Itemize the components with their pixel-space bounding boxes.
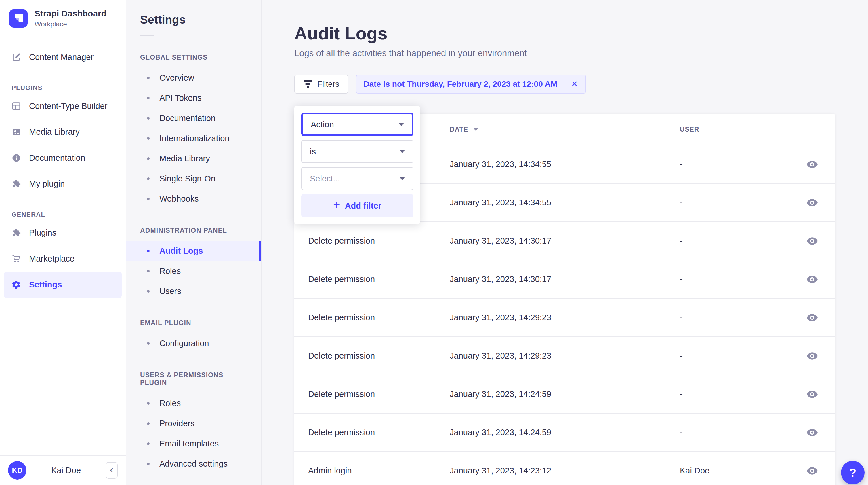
settings-nav-item[interactable]: Advanced settings [126, 454, 261, 474]
filter-operator-select[interactable]: is [301, 140, 413, 163]
view-log-button[interactable] [804, 464, 820, 477]
collapse-sidebar-button[interactable]: ‹ [105, 462, 118, 479]
bullet-icon [147, 198, 150, 200]
brand-title: Strapi Dashboard [34, 9, 106, 19]
table-row: Delete permission January 31, 2023, 14:2… [294, 299, 835, 337]
question-mark-icon: ? [849, 466, 856, 479]
cell-user: - [680, 236, 789, 246]
eye-icon [807, 275, 818, 283]
plus-icon: + [333, 198, 340, 212]
bullet-icon [147, 250, 150, 252]
cell-user: - [680, 313, 789, 322]
settings-nav-item[interactable]: Roles [126, 261, 261, 281]
global-settings-list: Overview API Tokens Documentation Intern… [126, 68, 261, 209]
email-plugin-list: Configuration [126, 333, 261, 353]
settings-nav-item[interactable]: Webhooks [126, 189, 261, 209]
view-log-button[interactable] [804, 388, 820, 401]
bullet-icon [147, 270, 150, 273]
layout-icon [11, 102, 21, 111]
view-log-button[interactable] [804, 426, 820, 439]
view-log-button[interactable] [804, 235, 820, 248]
view-log-button[interactable] [804, 158, 820, 171]
settings-nav-item[interactable]: Roles [126, 393, 261, 413]
view-log-button[interactable] [804, 311, 820, 324]
sidebar-item-label: Marketplace [29, 254, 74, 263]
view-log-button[interactable] [804, 273, 820, 286]
help-button[interactable]: ? [841, 461, 865, 484]
table-header-date[interactable]: DATE [450, 125, 680, 133]
filter-value-placeholder: Select... [310, 174, 340, 183]
settings-nav-item-label: Roles [159, 266, 181, 276]
main-sidebar: Strapi Dashboard Workplace Content Manag… [0, 0, 126, 485]
filter-icon [304, 80, 312, 88]
table-header-user: USER [680, 125, 789, 133]
settings-nav-item[interactable]: Configuration [126, 333, 261, 353]
filter-value-select[interactable]: Select... [301, 167, 413, 190]
settings-nav-item-label: Audit Logs [159, 246, 203, 256]
cell-user: - [680, 275, 789, 284]
sidebar-item-label: Content Manager [29, 52, 93, 62]
settings-nav-item[interactable]: API Tokens [126, 88, 261, 108]
cell-user: - [680, 198, 789, 207]
settings-nav-item-label: Roles [159, 399, 181, 408]
cell-user: - [680, 351, 789, 361]
settings-nav-item[interactable]: Documentation [126, 108, 261, 128]
settings-nav-item-label: Overview [159, 73, 194, 83]
section-label-email-plugin: EMAIL PLUGIN [126, 319, 261, 327]
table-row: Admin login January 31, 2023, 14:23:12 K… [294, 452, 835, 485]
settings-nav-item[interactable]: Users [126, 281, 261, 301]
cell-action: Delete permission [294, 351, 450, 361]
eye-icon [807, 161, 818, 169]
cart-icon [11, 254, 21, 263]
settings-nav-item[interactable]: Email templates [126, 433, 261, 454]
sidebar-item-content-manager[interactable]: Content Manager [4, 45, 122, 70]
section-label-administration-panel: ADMINISTRATION PANEL [126, 227, 261, 234]
sidebar-item-label: Plugins [29, 228, 56, 237]
content-manager-icon [11, 52, 21, 62]
avatar[interactable]: KD [8, 461, 27, 480]
sidebar-item-my-plugin[interactable]: My plugin [4, 171, 122, 197]
cell-action: Delete permission [294, 313, 450, 322]
sidebar-item-media-library[interactable]: Media Library [4, 119, 122, 145]
view-log-button[interactable] [804, 196, 820, 209]
sidebar-item-content-type-builder[interactable]: Content-Type Builder [4, 93, 122, 119]
eye-icon [807, 390, 818, 398]
divider [140, 35, 155, 36]
settings-nav-item[interactable]: Media Library [126, 148, 261, 169]
settings-nav-item-label: Providers [159, 419, 195, 428]
gear-icon [11, 280, 21, 289]
settings-nav-item-label: API Tokens [159, 93, 202, 103]
page-title: Audit Logs [294, 23, 835, 44]
settings-nav-item[interactable]: Providers [126, 413, 261, 433]
sidebar-item-marketplace[interactable]: Marketplace [4, 246, 122, 272]
chevron-down-icon [400, 177, 405, 180]
settings-nav-item[interactable]: Internationalization [126, 128, 261, 148]
view-log-button[interactable] [804, 350, 820, 362]
settings-nav-item[interactable]: Audit Logs [126, 241, 261, 261]
brand-text: Strapi Dashboard Workplace [34, 9, 106, 28]
workplace-brand[interactable]: Strapi Dashboard Workplace [0, 0, 126, 37]
add-filter-button[interactable]: + Add filter [301, 194, 413, 217]
remove-filter-button[interactable]: ✕ [570, 80, 578, 88]
settings-nav-item[interactable]: Single Sign-On [126, 169, 261, 189]
cell-user: - [680, 428, 789, 437]
sidebar-item-documentation[interactable]: Documentation [4, 145, 122, 171]
settings-nav-item[interactable]: Overview [126, 68, 261, 88]
sidebar-item-plugins[interactable]: Plugins [4, 220, 122, 246]
settings-nav-item-label: Webhooks [159, 194, 199, 204]
main-nav-list: Content Manager PLUGINS Content-Type Bui… [0, 37, 126, 455]
cell-date: January 31, 2023, 14:29:23 [450, 351, 680, 361]
filter-field-select[interactable]: Action [301, 113, 413, 136]
filters-button[interactable]: Filters [294, 75, 348, 94]
cell-date: January 31, 2023, 14:29:23 [450, 313, 680, 322]
cell-date: January 31, 2023, 14:30:17 [450, 275, 680, 284]
bullet-icon [147, 402, 150, 405]
cell-date: January 31, 2023, 14:24:59 [450, 428, 680, 437]
sidebar-item-settings[interactable]: Settings [4, 272, 122, 298]
close-icon: ✕ [571, 80, 578, 88]
table-header-date-label: DATE [450, 125, 468, 133]
puzzle-icon [11, 179, 21, 189]
table-row: Delete permission January 31, 2023, 14:3… [294, 260, 835, 299]
sidebar-item-label: Media Library [29, 127, 80, 137]
bullet-icon [147, 97, 150, 99]
